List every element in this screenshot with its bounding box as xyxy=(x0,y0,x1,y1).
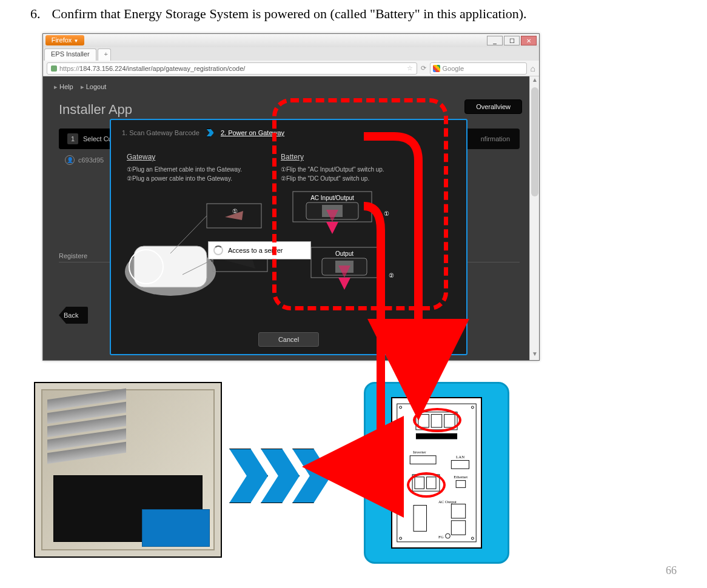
svg-rect-41 xyxy=(451,521,465,535)
wizard-step-last: nfirmation xyxy=(481,135,520,142)
battery-heading: Battery xyxy=(281,153,420,161)
chevron-right-icon: 〉 xyxy=(206,129,214,137)
crumb-scan-barcode[interactable]: 1. Scan Gateway Barcode xyxy=(122,129,199,136)
svg-text:②: ② xyxy=(389,272,394,279)
search-placeholder: Google xyxy=(443,65,464,72)
user-icon: 👤 xyxy=(65,155,75,165)
app-title: Installer App xyxy=(59,102,132,118)
svg-rect-40 xyxy=(451,504,465,518)
overallview-button[interactable]: Overallview xyxy=(464,99,522,114)
home-icon[interactable]: ⌂ xyxy=(531,64,535,73)
url-text: 184.73.156.224/installer/app/gateway_reg… xyxy=(79,65,245,72)
new-tab-button[interactable]: + xyxy=(98,48,111,61)
top-links: Help Logout xyxy=(54,83,106,91)
bookmark-star-icon[interactable]: ☆ xyxy=(407,64,413,72)
loading-text: Access to a server xyxy=(228,247,283,254)
svg-text:Ethernet: Ethernet xyxy=(454,475,467,479)
svg-rect-32 xyxy=(451,461,469,469)
svg-marker-20 xyxy=(338,278,350,290)
svg-rect-23 xyxy=(397,404,476,542)
window-maximize-button[interactable]: ☐ xyxy=(504,36,520,45)
google-icon xyxy=(433,65,440,72)
chassis xyxy=(41,389,215,550)
svg-rect-25 xyxy=(418,415,429,427)
svg-point-44 xyxy=(400,406,402,409)
svg-rect-30 xyxy=(410,456,436,464)
arrow-chevrons xyxy=(229,449,335,503)
svg-rect-27 xyxy=(444,415,455,427)
svg-point-45 xyxy=(471,406,474,409)
svg-point-47 xyxy=(471,537,474,540)
reload-icon[interactable]: ⟳ xyxy=(421,64,426,72)
app-content: Help Logout Overallview Installer App 1 … xyxy=(43,76,539,360)
window-titlebar: _ ☐ ✕ xyxy=(43,34,539,47)
svg-rect-39 xyxy=(414,506,426,532)
ess-diagram: Inverter LAN Ethernet AC Output FG xyxy=(364,382,509,564)
logout-link[interactable]: Logout xyxy=(81,83,107,91)
battery-line2: ②Flip the "DC Output" switch up. xyxy=(281,174,420,183)
gateway-heading: Gateway xyxy=(127,153,266,161)
tab-bar: EPS Installer + xyxy=(43,47,539,61)
user-row: 👤 c693d95 xyxy=(65,155,104,165)
svg-point-43 xyxy=(446,533,451,538)
address-bar: https://184.73.156.224/installer/app/gat… xyxy=(43,61,539,76)
gateway-section: Gateway ①Plug an Ethernet cable into the… xyxy=(127,153,266,183)
svg-text:①: ① xyxy=(384,210,389,217)
battery-rack xyxy=(47,389,126,466)
page-number: 66 xyxy=(666,564,677,577)
scroll-down-icon[interactable]: ▼ xyxy=(530,350,539,360)
svg-rect-37 xyxy=(426,477,436,489)
loading-indicator: Access to a server xyxy=(208,241,311,259)
svg-rect-28 xyxy=(416,433,457,439)
modal-power-on-gateway: 1. Scan Gateway Barcode 〉 2. Power on Ga… xyxy=(110,119,467,355)
svg-text:FG: FG xyxy=(438,535,444,539)
svg-rect-26 xyxy=(431,415,442,427)
help-link[interactable]: Help xyxy=(54,83,73,91)
modal-breadcrumb: 1. Scan Gateway Barcode 〉 2. Power on Ga… xyxy=(111,120,466,146)
url-field[interactable]: https://184.73.156.224/installer/app/gat… xyxy=(47,62,417,75)
user-id: c693d95 xyxy=(78,156,104,164)
svg-text:AC Output: AC Output xyxy=(438,499,457,504)
lock-icon xyxy=(51,65,57,72)
chevron-icon xyxy=(229,449,268,503)
window-minimize-button[interactable]: _ xyxy=(487,36,503,45)
gateway-line1: ①Plug an Ethernet cable into the Gateway… xyxy=(127,165,266,174)
svg-marker-13 xyxy=(326,222,338,234)
browser-tab[interactable]: EPS Installer xyxy=(44,48,96,61)
window-close-button[interactable]: ✕ xyxy=(521,36,537,45)
svg-text:LAN: LAN xyxy=(456,455,464,459)
registered-label: Registere xyxy=(59,252,87,259)
step-number: 6. xyxy=(30,6,49,22)
back-button[interactable]: Back xyxy=(59,307,88,324)
scroll-up-icon[interactable]: ▲ xyxy=(530,76,539,86)
spinner-icon xyxy=(213,246,223,255)
app-header: Help Logout xyxy=(43,76,539,97)
crumb-power-on: 2. Power on Gateway xyxy=(221,129,284,136)
firefox-menu-button[interactable]: Firefox ▼ xyxy=(45,35,84,45)
scroll-thumb[interactable] xyxy=(531,87,538,196)
svg-rect-1 xyxy=(134,246,207,287)
battery-line1: ①Flip the "AC Input/Output" switch up. xyxy=(281,165,420,174)
svg-rect-34 xyxy=(456,481,466,488)
svg-rect-36 xyxy=(415,477,424,489)
svg-text:AC Input/Output: AC Input/Output xyxy=(310,195,354,201)
step-text: Confirm that Energy Storage System is po… xyxy=(52,6,527,21)
search-field[interactable]: Google xyxy=(430,62,527,75)
ess-panel: Inverter LAN Ethernet AC Output FG xyxy=(391,397,482,549)
blue-panel-highlight xyxy=(142,509,210,547)
hardware-photo xyxy=(34,382,222,558)
svg-point-46 xyxy=(400,537,402,540)
svg-text:Inverter: Inverter xyxy=(413,450,426,454)
svg-text:Output: Output xyxy=(335,250,354,257)
gateway-line2: ②Plug a power cable into the Gateway. xyxy=(127,174,266,183)
scrollbar[interactable]: ▲ ▼ xyxy=(529,76,539,360)
browser-window: Firefox ▼ _ ☐ ✕ EPS Installer + https://… xyxy=(42,33,540,361)
battery-section: Battery ①Flip the "AC Input/Output" swit… xyxy=(281,153,420,183)
cancel-button[interactable]: Cancel xyxy=(258,332,319,347)
step-heading: 6. Confirm that Energy Storage System is… xyxy=(30,6,677,22)
